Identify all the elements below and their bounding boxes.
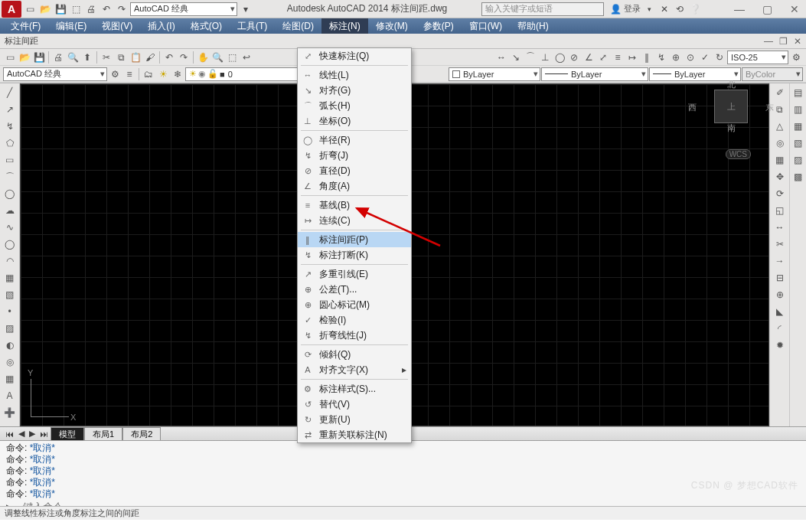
wcs-badge[interactable]: WCS [726, 149, 751, 159]
layer-state-icon[interactable]: ☀ [156, 67, 170, 81]
dim-menu-item[interactable]: ◯半径(R) [298, 132, 411, 148]
menu-file[interactable]: 文件(F) [3, 18, 48, 34]
revcloud-icon[interactable]: ☁ [3, 204, 17, 217]
dim-baseline-icon[interactable]: ≡ [611, 51, 625, 64]
workspace-drop-icon[interactable]: ≡ [122, 67, 136, 81]
undo-icon[interactable]: ↶ [162, 51, 176, 64]
make-block-icon[interactable]: ▧ [3, 288, 17, 302]
publish-icon[interactable]: ⬆ [80, 51, 94, 64]
dim-radius-icon[interactable]: ◯ [553, 51, 566, 64]
ellipse-arc-icon[interactable]: ◠ [3, 254, 17, 268]
spline-icon[interactable]: ∿ [3, 220, 17, 234]
dim-arc-icon[interactable]: ⌒ [524, 51, 537, 64]
dimstyle-combo[interactable]: ISO-25 [727, 51, 788, 64]
cube-face[interactable]: 上 [714, 90, 748, 123]
designcenter-icon[interactable]: ▧ [791, 136, 805, 150]
dim-quick-icon[interactable]: ⤢ [596, 51, 610, 64]
dim-inspect-icon[interactable]: ✓ [698, 51, 712, 64]
dim-menu-item[interactable]: ⊕公差(T)... [298, 282, 411, 297]
login-button[interactable]: 登录 [624, 3, 641, 15]
new-icon[interactable]: ▭ [3, 51, 17, 64]
linetype-combo[interactable]: ByLayer [541, 67, 648, 81]
doc-min-icon[interactable]: — [764, 36, 773, 47]
chamfer-icon[interactable]: ◣ [773, 305, 787, 318]
offset-icon[interactable]: ◎ [773, 136, 787, 150]
close-button[interactable]: ✕ [785, 3, 804, 15]
scale-icon[interactable]: ◱ [773, 204, 787, 217]
dim-angular-icon[interactable]: ∠ [582, 51, 596, 64]
dim-menu-item[interactable]: ⟳倾斜(Q) [298, 347, 411, 362]
plot-icon[interactable]: 🖨 [51, 51, 65, 64]
matchprop-icon[interactable]: 🖌 [143, 51, 157, 64]
explode-icon[interactable]: ✹ [773, 338, 787, 352]
tab-nav-prev-icon[interactable]: ◀ [16, 429, 27, 439]
move-icon[interactable]: ✥ [773, 170, 787, 184]
rotate-icon[interactable]: ⟳ [773, 187, 787, 201]
doc-close-icon[interactable]: ✕ [794, 36, 801, 47]
quickcalc-icon[interactable]: ▩ [791, 170, 805, 184]
tab-nav-next-icon[interactable]: ▶ [27, 429, 38, 439]
new-icon[interactable]: ▭ [23, 2, 37, 16]
cube-west[interactable]: 西 [688, 102, 697, 113]
stretch-icon[interactable]: ↔ [773, 220, 787, 234]
maximize-button[interactable]: ▢ [757, 3, 777, 15]
array-icon[interactable]: ▦ [773, 153, 787, 167]
copy-icon[interactable]: ⧉ [114, 51, 128, 64]
saveas-icon[interactable]: ⬚ [69, 2, 83, 16]
dim-menu-item[interactable]: ≡基线(B) [298, 197, 411, 213]
circle-icon[interactable]: ◯ [3, 187, 17, 201]
menu-draw[interactable]: 绘图(D) [275, 18, 321, 34]
preview-icon[interactable]: 🔍 [66, 51, 80, 64]
menu-insert[interactable]: 插入(I) [140, 18, 182, 34]
point-icon[interactable]: • [3, 305, 17, 318]
dim-menu-item[interactable]: ⇄重新关联标注(N) [298, 427, 411, 442]
dim-menu-item[interactable]: ⌒弧长(H) [298, 98, 411, 113]
cut-icon[interactable]: ✂ [100, 51, 113, 64]
extend-icon[interactable]: → [773, 254, 787, 268]
menu-modify[interactable]: 修改(M) [368, 18, 416, 34]
dim-menu-item[interactable]: ↔线性(L) [298, 67, 411, 83]
doc-restore-icon[interactable]: ❐ [779, 36, 788, 47]
dim-menu-item[interactable]: ⊘直径(D) [298, 163, 411, 178]
workspace-dropdown[interactable]: AutoCAD 经典 [130, 2, 237, 16]
dim-style-icon[interactable]: ⚙ [789, 51, 803, 64]
tab-layout2[interactable]: 布局2 [122, 427, 161, 441]
help-icon[interactable]: ❔ [688, 2, 702, 16]
fillet-icon[interactable]: ◜ [773, 321, 787, 335]
help-search-input[interactable]: 输入关键字或短语 [481, 2, 604, 16]
dim-menu-item[interactable]: ⤢快速标注(Q) [298, 48, 411, 64]
layer-props-icon[interactable]: 🗂 [142, 67, 155, 81]
tab-nav-first-icon[interactable]: ⏮ [3, 429, 16, 439]
tab-nav-last-icon[interactable]: ⏭ [38, 429, 51, 439]
redo-icon[interactable]: ↷ [115, 2, 129, 16]
cube-south[interactable]: 南 [700, 122, 762, 134]
mirror-icon[interactable]: △ [773, 119, 787, 133]
color-combo[interactable]: ByLayer [449, 67, 540, 81]
sheetset-icon[interactable]: ▥ [791, 103, 805, 116]
menu-view[interactable]: 视图(V) [94, 18, 140, 34]
app-logo[interactable]: A [2, 1, 21, 18]
mtext-icon[interactable]: A [3, 389, 17, 403]
dim-update-icon[interactable]: ↻ [713, 51, 726, 64]
exchange-icon[interactable]: ✕ [658, 2, 671, 16]
rectangle-icon[interactable]: ▭ [3, 153, 17, 167]
hatch-icon[interactable]: ▨ [3, 321, 17, 335]
dim-menu-item[interactable]: ✓检验(I) [298, 312, 411, 328]
dim-menu-item[interactable]: ↘对齐(G) [298, 83, 411, 98]
menu-tools[interactable]: 工具(T) [230, 18, 275, 34]
tab-layout1[interactable]: 布局1 [84, 427, 122, 441]
zoom-prev-icon[interactable]: ↩ [240, 51, 253, 64]
break-icon[interactable]: ⊟ [773, 271, 787, 285]
construction-line-icon[interactable]: ↗ [3, 103, 17, 116]
cube-east[interactable]: 东 [765, 102, 774, 113]
plot-icon[interactable]: 🖨 [84, 2, 98, 16]
dim-menu-item[interactable]: ↦连续(C) [298, 213, 411, 228]
polyline-icon[interactable]: ↯ [3, 119, 17, 133]
dim-break-icon[interactable]: ↯ [654, 51, 668, 64]
dim-menu-item[interactable]: ∠角度(A) [298, 178, 411, 194]
save-icon[interactable]: 💾 [54, 2, 67, 16]
pan-icon[interactable]: ✋ [196, 51, 210, 64]
tab-model[interactable]: 模型 [51, 427, 84, 441]
menu-edit[interactable]: 编辑(E) [48, 18, 94, 34]
cube-north[interactable]: 北 [700, 79, 762, 90]
